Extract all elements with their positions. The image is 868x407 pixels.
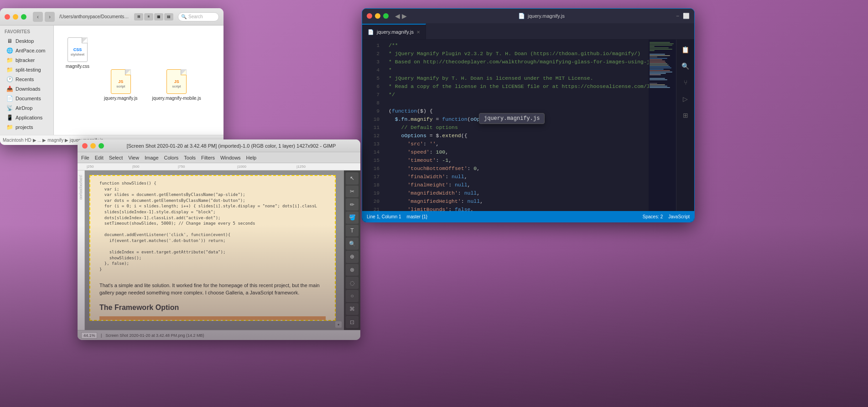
file-item-jquery-magnify-js[interactable]: JS script jquery.magnify.js xyxy=(101,67,140,103)
sidebar-item-bjtracker[interactable]: 📁 bjtracker xyxy=(2,56,52,65)
finder-forward-button[interactable]: › xyxy=(45,12,55,22)
gimp-tool-path[interactable]: ⌘ xyxy=(346,303,359,315)
sidebar-item-applications[interactable]: 📱 Applications xyxy=(2,113,52,122)
gimp-menu-windows[interactable]: Windows xyxy=(220,155,241,160)
statusbar-language: JavaScript xyxy=(668,214,690,219)
gimp-menu-view[interactable]: View xyxy=(128,155,139,160)
code-line-6: * Read a copy of the license in the LICE… xyxy=(389,82,645,91)
vscode-fullscreen-icon[interactable]: ⬜ xyxy=(683,13,690,19)
gimp-menu-help[interactable]: Help xyxy=(246,155,257,160)
gimp-tool-zoom[interactable]: 🔍 xyxy=(346,237,359,250)
vscode-statusbar: Line 1, Column 1 master {1} Spaces: 2 Ja… xyxy=(362,211,694,222)
gimp-canvas-area[interactable]: function showSlides() { var i; var slide… xyxy=(85,170,344,330)
gimp-tool-select[interactable]: ↖ xyxy=(346,172,359,185)
gimp-menu-edit[interactable]: Edit xyxy=(95,155,104,160)
gimp-close-button[interactable] xyxy=(82,143,88,149)
gimp-tool-free-select[interactable]: ⊡ xyxy=(346,316,359,328)
minimap-line xyxy=(650,59,662,60)
gimp-tool-crop[interactable]: ✂ xyxy=(346,185,359,198)
finder-gallery-view[interactable]: ▤ xyxy=(164,13,173,21)
code-line-5: * jQuery Magnify by T. H. Doan is licens… xyxy=(389,74,645,82)
tooltip-text: jquery.magnify.js xyxy=(484,115,540,122)
sidebar-item-recents[interactable]: 🕐 Recents xyxy=(2,75,52,84)
sidebar-item-downloads[interactable]: 📥 Downloads xyxy=(2,84,52,93)
finder-minimize-button[interactable] xyxy=(13,14,18,20)
sidebar-item-documents[interactable]: 📄 Documents xyxy=(2,94,52,103)
finder-column-view[interactable]: ▦ xyxy=(154,13,163,21)
sidebar-item-airdrop[interactable]: 📡 AirDrop xyxy=(2,103,52,113)
vscode-maximize-button[interactable] xyxy=(383,13,389,19)
gimp-menu-select[interactable]: Select xyxy=(109,155,123,160)
vscode-tab-close-button[interactable]: ✕ xyxy=(416,30,420,35)
vscode-minimize-icon[interactable]: − xyxy=(676,13,679,19)
file-item-magnify-css[interactable]: CSS stylsheet magnify.css xyxy=(63,35,92,103)
tab-label: jquery.magnify.js xyxy=(377,29,414,35)
folder-icon: 📁 xyxy=(6,67,13,73)
gimp-menu-colors[interactable]: Colors xyxy=(164,155,179,160)
gimp-menu-tools[interactable]: Tools xyxy=(184,155,196,160)
recents-icon: 🕐 xyxy=(6,76,13,82)
vscode-minimize-button[interactable] xyxy=(375,13,380,19)
gimp-menu-image[interactable]: Image xyxy=(145,155,159,160)
gimp-menu-filters[interactable]: Filters xyxy=(201,155,215,160)
finder-close-button[interactable] xyxy=(5,14,10,20)
minimap-line xyxy=(650,65,669,66)
gimp-minimize-button[interactable] xyxy=(90,143,96,149)
gimp-zoom-input[interactable]: 44.1% xyxy=(81,332,97,339)
vscode-git-icon[interactable]: ⑂ xyxy=(679,76,692,89)
vscode-tab-jquery-magnify[interactable]: 📄 jquery.magnify.js ✕ xyxy=(362,24,426,39)
vscode-nav-back[interactable]: ◀ xyxy=(395,12,400,20)
line-num-21: 21 xyxy=(362,206,385,211)
gimp-tool-pencil[interactable]: ✏ xyxy=(346,198,359,211)
vscode-close-button[interactable] xyxy=(367,13,372,19)
vscode-title-text: jquery.magnify.js xyxy=(528,13,565,19)
vscode-search-icon[interactable]: 🔍 xyxy=(679,60,692,72)
gimp-tool-clone[interactable]: ⊗ xyxy=(346,264,359,276)
code-line-16: 'touchBottomOffset': 0, xyxy=(389,165,645,173)
sidebar-item-label: bjtracker xyxy=(16,57,35,63)
minimap-line xyxy=(650,47,669,48)
file-item-jquery-magnify-mobile-js[interactable]: JS script jquery.magnify-mobile.js xyxy=(150,67,204,103)
vscode-nav: ◀ ▶ xyxy=(395,12,407,20)
gimp-tool-heal[interactable]: ⊕ xyxy=(346,251,359,263)
minimap-line xyxy=(650,69,664,70)
vscode-title-center: 📄 jquery.magnify.js xyxy=(410,13,673,19)
finder-search-box[interactable]: 🔍 Search xyxy=(178,12,219,21)
code-line-14: 'speed': 100, xyxy=(389,148,645,156)
sidebar-item-label: Downloads xyxy=(16,86,40,92)
sidebar-item-antpace[interactable]: 🌐 AntPace.com xyxy=(2,46,52,55)
code-line-7: */ xyxy=(389,91,645,99)
file-fold xyxy=(181,70,186,75)
file-fold xyxy=(82,38,87,43)
vscode-tooltip: jquery.magnify.js xyxy=(479,113,545,124)
finder-list-view[interactable]: ≡ xyxy=(144,13,153,21)
gimp-maximize-button[interactable] xyxy=(99,143,104,149)
minimap-line xyxy=(650,67,671,68)
vscode-extensions-icon[interactable]: ⊞ xyxy=(679,109,692,122)
finder-maximize-button[interactable] xyxy=(21,14,26,20)
finder-back-button[interactable]: ‹ xyxy=(33,12,43,22)
sidebar-item-split-testing[interactable]: 📁 split-testing xyxy=(2,65,52,74)
finder-files-grid: CSS stylsheet magnify.css JS script jque… xyxy=(54,26,223,135)
minimap-line xyxy=(650,87,670,88)
sidebar-item-projects[interactable]: 📁 projects xyxy=(2,123,52,132)
vscode-code-area[interactable]: /** * jQuery Magnify Plugin v2.3.2 by T.… xyxy=(385,40,649,211)
minimap-line xyxy=(650,49,672,50)
gimp-tool-text[interactable]: T xyxy=(346,225,359,237)
file-label: jquery.magnify.js xyxy=(104,96,138,101)
gimp-tool-fill[interactable]: 🪣 xyxy=(346,211,359,224)
line-num-20: 20 xyxy=(362,197,385,206)
code-line-1: /** xyxy=(389,41,645,50)
gimp-tool-dodge[interactable]: ○ xyxy=(346,290,359,302)
gimp-tool-blur[interactable]: ◌ xyxy=(346,277,359,289)
code-line-20: 'magnifiedHeight': null, xyxy=(389,197,645,206)
line-num-1: 1 xyxy=(362,41,385,50)
gimp-expand-button[interactable]: + xyxy=(335,321,342,328)
sidebar-item-label: Applications xyxy=(16,115,42,120)
vscode-debug-icon[interactable]: ▷ xyxy=(679,93,692,105)
vscode-nav-forward[interactable]: ▶ xyxy=(402,12,407,20)
sidebar-item-desktop[interactable]: 🖥 Desktop xyxy=(2,36,52,46)
gimp-menu-file[interactable]: File xyxy=(81,155,89,160)
finder-icon-view[interactable]: ⊞ xyxy=(134,13,143,21)
vscode-explorer-icon[interactable]: 📋 xyxy=(679,43,692,56)
